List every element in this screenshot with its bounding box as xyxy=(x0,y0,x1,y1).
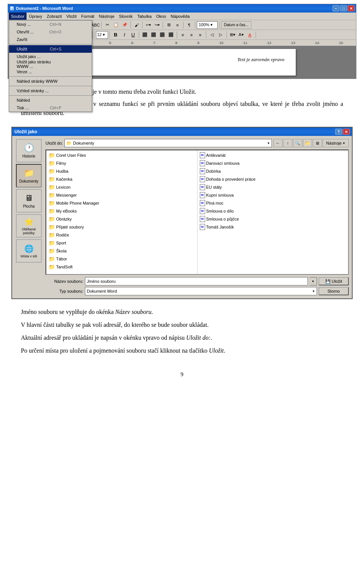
menu-napoveda[interactable]: Nápověda xyxy=(168,13,192,20)
file-item-skola[interactable]: 📁 Škola xyxy=(47,247,196,255)
menu-item-tisk[interactable]: Tisk ...Ctrl+P xyxy=(9,104,92,112)
file-item-smlouva-pujcka[interactable]: W Smlouva o půjčce xyxy=(198,215,348,223)
tb-cut[interactable]: ✂ xyxy=(103,21,111,29)
menu-item-otevrit[interactable]: Otevřít ...Ctrl+O xyxy=(9,28,92,36)
menu-format[interactable]: Formát xyxy=(79,13,97,20)
tb-paste[interactable]: 📌 xyxy=(121,21,129,29)
menu-slovnik[interactable]: Slovník xyxy=(117,13,135,20)
file-item-rodice[interactable]: 📁 Rodiče xyxy=(47,231,196,239)
file-item-eu[interactable]: W EU státy xyxy=(198,183,348,191)
fmt-size[interactable]: 12 ▾ xyxy=(96,31,108,39)
file-item-obrazky[interactable]: 📁 Obrázky xyxy=(47,215,196,223)
file-item-antik[interactable]: W Antikvariát xyxy=(198,151,348,159)
fmt-indent-dec[interactable]: ◁ xyxy=(208,31,216,39)
tb-table[interactable]: ⊞ xyxy=(165,21,173,29)
fmt-numbers[interactable]: ≡ xyxy=(187,31,196,39)
tb-col[interactable]: ≡ xyxy=(173,21,182,29)
fmt-align-center[interactable]: ⬛ xyxy=(149,31,158,39)
menu-item-nahled[interactable]: Náhled xyxy=(9,96,92,104)
tb-up-btn[interactable]: ↑ xyxy=(283,139,292,147)
menu-item-vzhled[interactable]: Vzhled stránky ... xyxy=(9,87,92,95)
minimize-icon[interactable]: − xyxy=(333,5,339,11)
filename-input[interactable]: Jméno souboru xyxy=(85,277,308,285)
tb-spell[interactable]: ABC xyxy=(91,21,100,29)
file-item-darovaci[interactable]: W Darovací smlouva xyxy=(198,159,348,167)
fmt-align-right[interactable]: ⬛ xyxy=(158,31,166,39)
sidebar-btn-oblibene[interactable]: ⭐ Oblíbené položky xyxy=(16,214,42,238)
file-item-dobirka[interactable]: W Dobírka xyxy=(198,167,348,175)
menu-okno[interactable]: Okno xyxy=(154,13,168,20)
menu-upravy[interactable]: Úpravy xyxy=(27,13,44,20)
file-item-mobile[interactable]: 📁 Mobile Phone Manager xyxy=(47,199,196,207)
file-item-ebooks[interactable]: 📁 My eBooks xyxy=(47,207,196,215)
menu-soubor[interactable]: Soubor Nový ...Ctrl+N Otevřít ...Ctrl+O … xyxy=(9,13,27,20)
sidebar-btn-plocha[interactable]: 🖥 Plocha xyxy=(16,189,42,213)
file-item-filmy[interactable]: 📁 Filmy xyxy=(47,159,196,167)
tb-format-painter[interactable]: 🖌 xyxy=(132,21,141,29)
sit-label: Místa v síti xyxy=(20,254,37,258)
fmt-align-left[interactable]: ⬛ xyxy=(141,31,149,39)
fmt-align-justify[interactable]: ⬛ xyxy=(167,31,175,39)
tb-zoom-dropdown[interactable]: 100% ▾ xyxy=(197,21,218,29)
file-item-kacenka[interactable]: 📁 Kačenka xyxy=(47,175,196,183)
filename-arrow[interactable]: ▼ xyxy=(309,277,317,285)
menu-item-verze[interactable]: Verze ... xyxy=(9,68,92,76)
location-dropdown[interactable]: 📁 Dokumenty ▼ xyxy=(64,139,272,147)
sidebar-btn-sit[interactable]: 🌐 Místa v síti xyxy=(16,239,42,263)
menu-item-zavrit[interactable]: Zavřít xyxy=(9,36,92,43)
word-doc-icon: W xyxy=(200,168,205,174)
sidebar-btn-historie[interactable]: 🕐 Historie xyxy=(16,139,42,162)
filetype-dropdown[interactable]: Dokument Word ▼ xyxy=(85,287,317,295)
file-item-tandsoft[interactable]: 📁 TandSoft xyxy=(47,263,196,271)
filename-label: Název souboru: xyxy=(46,279,83,284)
word-doc-icon: W xyxy=(200,152,205,158)
file-item-hudba[interactable]: 📁 Hudba xyxy=(47,167,196,175)
file-item-corel[interactable]: 📁 Corel User Files xyxy=(47,151,196,159)
file-item-tabor[interactable]: 📁 Tábor xyxy=(47,255,196,263)
file-item-prijate[interactable]: 📁 Přijaté soubory xyxy=(47,223,196,231)
menu-zobrazit[interactable]: Zobrazit xyxy=(44,13,64,20)
maximize-icon[interactable]: □ xyxy=(340,5,347,11)
tb-copy[interactable]: 📋 xyxy=(112,21,120,29)
dialog-close-icon[interactable]: ✕ xyxy=(343,129,350,135)
fmt-underline[interactable]: U xyxy=(129,31,137,39)
tb-para[interactable]: ¶ xyxy=(185,21,193,29)
sidebar-btn-dokumenty[interactable]: 📁 Dokumenty xyxy=(16,164,42,188)
save-button[interactable]: 💾 Uložit xyxy=(318,277,349,285)
tb-undo2[interactable]: ↩▾ xyxy=(144,21,152,29)
file-item-messenger[interactable]: 📁 Messenger xyxy=(47,191,196,199)
file-item-sport[interactable]: 📁 Sport xyxy=(47,239,196,247)
menu-item-ulozit[interactable]: UložitCtrl+S xyxy=(9,45,92,53)
file-item-tomas[interactable]: W Tomáš Janošík xyxy=(198,223,348,231)
menu-tabulka[interactable]: Tabulka xyxy=(135,13,154,20)
file-item-kupni[interactable]: W Kupní smlouva xyxy=(198,191,348,199)
tb-redo2[interactable]: ↪▾ xyxy=(153,21,161,29)
tb-help[interactable]: Datum a čas... xyxy=(221,21,251,29)
menu-nastroje[interactable]: Nástroje xyxy=(97,13,117,20)
file-item-plna[interactable]: W Plná moc xyxy=(198,199,348,207)
cancel-button[interactable]: Storno xyxy=(318,287,349,295)
file-item-dohoda[interactable]: W Dohoda o provedení práce xyxy=(198,175,348,183)
dialog-help-icon[interactable]: ? xyxy=(335,129,342,135)
close-icon[interactable]: ✕ xyxy=(348,5,355,11)
tb-back-btn[interactable]: ← xyxy=(273,139,282,147)
tb-search-btn[interactable]: 🔍 xyxy=(293,139,302,147)
tb-views-btn[interactable]: ⊞ xyxy=(313,139,322,147)
fmt-indent-inc[interactable]: ▷ xyxy=(217,31,225,39)
tb-tools-btn[interactable]: Nástroje ▼ xyxy=(323,139,349,147)
fmt-linespace[interactable]: ≡ xyxy=(179,31,187,39)
menu-item-ulozit-www[interactable]: Uložit jako stránku WWW ... xyxy=(9,60,92,68)
fmt-italic[interactable]: I xyxy=(120,31,129,39)
fmt-bold[interactable]: B xyxy=(111,31,120,39)
file-item-smlouva-dilo[interactable]: W Smlouva o dílo xyxy=(198,207,348,215)
fmt-bullets[interactable]: ≡ xyxy=(196,31,204,39)
fmt-border[interactable]: ⊞▾ xyxy=(228,31,237,39)
menu-item-nahled-www[interactable]: Náhled stránky WWW xyxy=(9,77,92,85)
menu-item-novy[interactable]: Nový ...Ctrl+N xyxy=(9,20,92,28)
file-item-lexicon[interactable]: 📁 Lexicon xyxy=(47,183,196,191)
fmt-highlight[interactable]: A▾ xyxy=(237,31,245,39)
fmt-fontcolor[interactable]: A xyxy=(246,31,254,39)
menu-vlozit[interactable]: Vložit xyxy=(64,13,79,20)
menu-item-ulozit-jako[interactable]: Uložit jako ... xyxy=(9,53,92,60)
tb-newfolder-btn[interactable]: 📁 xyxy=(303,139,312,147)
